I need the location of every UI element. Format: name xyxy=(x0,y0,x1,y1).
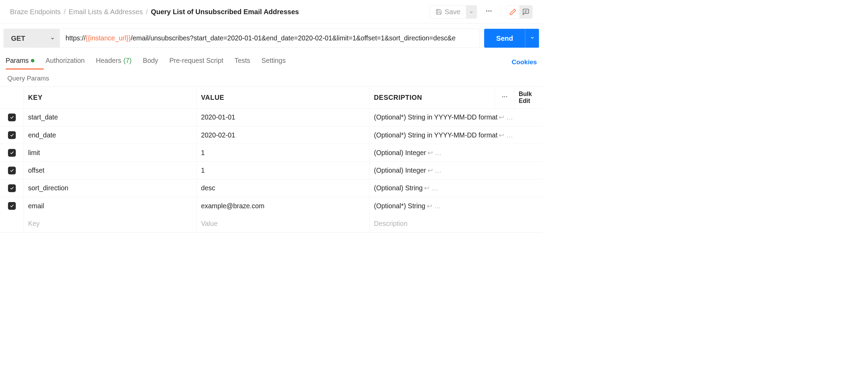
param-key-cell[interactable]: email xyxy=(24,197,197,215)
table-row: sort_directiondesc(Optional) String↩ … xyxy=(0,179,543,197)
param-checkbox[interactable] xyxy=(8,131,16,139)
param-checkbox-col xyxy=(0,197,24,215)
param-description-cell[interactable]: (Optional) Integer↩ … xyxy=(370,162,543,179)
empty-checkbox-col xyxy=(0,215,24,232)
param-value-cell[interactable]: example@braze.com xyxy=(197,197,370,215)
send-button-group: Send xyxy=(484,29,539,48)
chevron-down-icon xyxy=(50,34,55,42)
edit-button[interactable] xyxy=(506,6,519,19)
chevron-down-icon xyxy=(469,8,474,16)
send-button[interactable]: Send xyxy=(484,29,525,48)
param-checkbox-col xyxy=(0,162,24,179)
params-table: KEY VALUE DESCRIPTION Bulk Edit start_da… xyxy=(0,87,543,233)
check-icon xyxy=(9,166,14,174)
url-variable: {{instance_url}} xyxy=(86,34,131,42)
svg-point-1 xyxy=(488,10,490,12)
breadcrumb-item-1[interactable]: Email Lists & Addresses xyxy=(69,8,143,16)
param-checkbox[interactable] xyxy=(8,149,16,157)
section-label: Query Params xyxy=(0,69,543,87)
param-key-cell[interactable]: end_date xyxy=(24,126,197,144)
tab-prerequest[interactable]: Pre-request Script xyxy=(169,55,223,69)
column-options-button[interactable] xyxy=(495,87,514,108)
param-checkbox[interactable] xyxy=(8,202,16,210)
chevron-down-icon xyxy=(530,36,535,41)
breadcrumb-item-0[interactable]: Braze Endpoints xyxy=(10,8,61,16)
param-value-cell[interactable]: desc xyxy=(197,179,370,197)
more-options-button[interactable] xyxy=(482,5,496,19)
table-row: end_date2020-02-01(Optional*) String in … xyxy=(0,126,543,144)
param-value-cell[interactable]: 2020-02-01 xyxy=(197,126,370,144)
param-checkbox[interactable] xyxy=(8,184,16,192)
param-description-cell[interactable]: (Optional) String↩ … xyxy=(370,179,543,197)
request-row: GET https://{{instance_url}}/email/unsub… xyxy=(0,23,543,53)
save-dropdown[interactable] xyxy=(466,6,477,19)
tab-label: Params xyxy=(6,57,29,65)
tabs-row: Params Authorization Headers (7) Body Pr… xyxy=(0,53,543,69)
param-value-cell[interactable]: 1 xyxy=(197,162,370,179)
column-header-description: DESCRIPTION xyxy=(370,87,495,108)
tab-params[interactable]: Params xyxy=(6,55,34,69)
tab-authorization[interactable]: Authorization xyxy=(46,55,85,69)
comment-icon xyxy=(522,8,529,16)
param-value-cell[interactable]: 2020-01-01 xyxy=(197,108,370,126)
check-icon xyxy=(9,149,14,157)
param-key-cell[interactable]: sort_direction xyxy=(24,179,197,197)
param-description-input[interactable]: Description xyxy=(370,215,495,232)
svg-point-0 xyxy=(486,10,488,12)
param-key-cell[interactable]: offset xyxy=(24,162,197,179)
check-icon xyxy=(9,113,14,121)
param-value-input[interactable]: Value xyxy=(197,215,370,232)
table-row: limit1(Optional) Integer↩ … xyxy=(0,144,543,162)
more-horizontal-icon xyxy=(501,94,508,102)
param-checkbox[interactable] xyxy=(8,166,16,174)
save-button[interactable]: Save xyxy=(430,6,466,19)
url-prefix: https:// xyxy=(65,34,85,42)
url-input[interactable]: https://{{instance_url}}/email/unsubscri… xyxy=(60,29,480,48)
method-url-group: GET https://{{instance_url}}/email/unsub… xyxy=(3,29,480,48)
headers-count: (7) xyxy=(123,57,132,65)
param-key-input[interactable]: Key xyxy=(24,215,197,232)
send-dropdown[interactable] xyxy=(525,29,539,48)
param-value-cell[interactable]: 1 xyxy=(197,144,370,162)
param-key-cell[interactable]: limit xyxy=(24,144,197,162)
check-icon xyxy=(9,202,14,210)
param-key-cell[interactable]: start_date xyxy=(24,108,197,126)
param-description-cell[interactable]: (Optional*) String in YYYY-MM-DD format↩… xyxy=(370,126,543,144)
param-description-cell[interactable]: (Optional*) String↩ … xyxy=(370,197,543,215)
tab-headers[interactable]: Headers (7) xyxy=(96,55,131,69)
param-checkbox-col xyxy=(0,108,24,126)
save-button-group: Save xyxy=(430,5,477,19)
pencil-icon xyxy=(509,8,517,16)
param-checkbox-col xyxy=(0,126,24,144)
params-header-row: KEY VALUE DESCRIPTION Bulk Edit xyxy=(0,87,543,108)
svg-point-7 xyxy=(506,96,507,97)
table-row: start_date2020-01-01(Optional*) String i… xyxy=(0,108,543,126)
param-description-cell[interactable]: (Optional*) String in YYYY-MM-DD format↩… xyxy=(370,108,543,126)
save-label: Save xyxy=(445,8,461,16)
save-icon xyxy=(435,9,442,15)
breadcrumb: Braze Endpoints / Email Lists & Addresse… xyxy=(10,8,427,16)
param-description-cell[interactable]: (Optional) Integer↩ … xyxy=(370,144,543,162)
top-actions: Save xyxy=(430,5,533,19)
header-checkbox-col xyxy=(0,87,24,108)
param-checkbox[interactable] xyxy=(8,113,16,121)
params-empty-row: Key Value Description xyxy=(0,215,543,232)
svg-point-5 xyxy=(502,96,503,97)
tab-tests[interactable]: Tests xyxy=(234,55,250,69)
breadcrumb-toolbar-row: Braze Endpoints / Email Lists & Addresse… xyxy=(0,0,543,23)
bulk-edit-button[interactable]: Bulk Edit xyxy=(515,87,543,108)
comments-button[interactable] xyxy=(519,6,533,19)
breadcrumb-separator: / xyxy=(146,8,148,16)
toolbar-divider xyxy=(501,6,501,18)
cookies-link[interactable]: Cookies xyxy=(512,58,537,66)
table-row: emailexample@braze.com(Optional*) String… xyxy=(0,197,543,215)
breadcrumb-current: Query List of Unsubscribed Email Address… xyxy=(151,8,299,16)
tab-settings[interactable]: Settings xyxy=(261,55,286,69)
column-header-key: KEY xyxy=(24,87,197,108)
url-suffix: /email/unsubscribes?start_date=2020-01-0… xyxy=(131,34,455,42)
tab-body[interactable]: Body xyxy=(143,55,158,69)
param-checkbox-col xyxy=(0,179,24,197)
column-header-value: VALUE xyxy=(197,87,370,108)
breadcrumb-separator: / xyxy=(64,8,66,16)
method-select[interactable]: GET xyxy=(4,29,60,48)
